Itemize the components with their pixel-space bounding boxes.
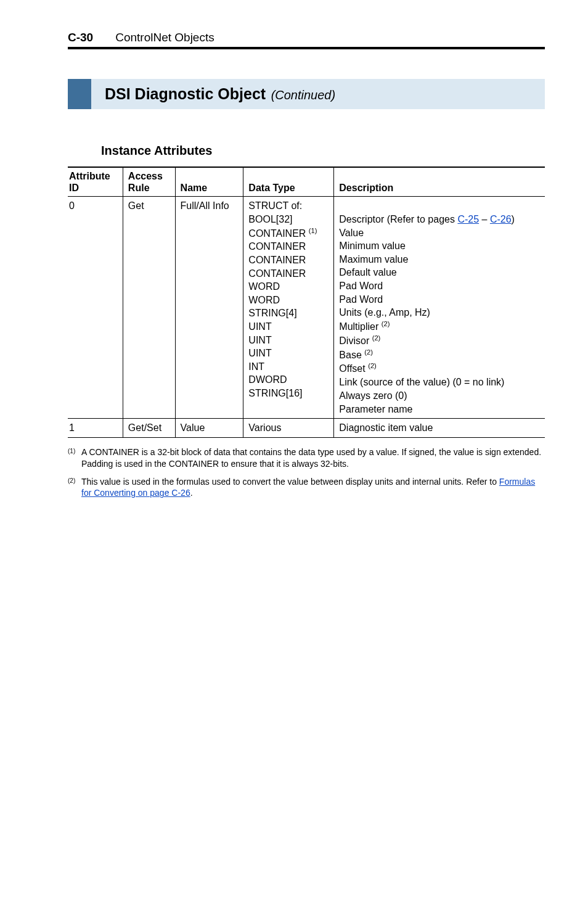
data-type-line: CONTAINER: [248, 228, 308, 239]
header-rule: [68, 47, 545, 49]
data-type-line: UINT: [248, 335, 271, 345]
desc-line: Pad Word: [339, 294, 383, 305]
data-type-line: UINT: [248, 348, 271, 358]
col-header-access-rule: Access Rule: [123, 167, 175, 197]
chapter-title: ControlNet Objects: [115, 31, 214, 44]
footnote-ref: (1): [309, 227, 317, 234]
desc-line: Default value: [339, 267, 396, 278]
data-type-line: CONTAINER: [248, 241, 306, 252]
cell-data-type: Various: [243, 419, 334, 438]
page-header: C-30 ControlNet Objects: [68, 31, 545, 44]
col-header-text: Name: [181, 183, 208, 193]
data-type-line: WORD: [248, 281, 280, 292]
footnotes: (1) A CONTAINER is a 32-bit block of dat…: [68, 446, 545, 500]
instance-attributes-table: Attribute ID Access Rule Name Data Type …: [68, 167, 545, 438]
cell-attr-id: 0: [68, 197, 123, 419]
data-type-line: STRING[16]: [248, 388, 302, 398]
desc-line: Value: [339, 228, 364, 238]
page-link[interactable]: C-25: [457, 214, 479, 224]
footnote-text: A CONTAINER is a 32-bit block of data th…: [81, 446, 545, 470]
footnote-text-part: .: [190, 488, 193, 498]
data-type-line: CONTAINER: [248, 268, 306, 279]
col-header-text: Access: [128, 171, 163, 181]
footnote-ref: (2): [364, 348, 373, 356]
data-type-line: DWORD: [248, 374, 287, 385]
footnote-text: This value is used in the formulas used …: [81, 476, 545, 500]
data-type-line: BOOL[32]: [248, 214, 292, 224]
data-type-line: STRUCT of:: [248, 200, 302, 211]
desc-line: Always zero (0): [339, 390, 407, 401]
data-type-line: INT: [248, 361, 264, 372]
desc-line: Maximum value: [339, 254, 408, 265]
desc-line: ): [512, 214, 515, 224]
col-header-description: Description: [334, 167, 545, 197]
footnote-ref: (2): [382, 320, 390, 327]
footnote-ref: (2): [372, 334, 381, 342]
footnote: (1) A CONTAINER is a 32-bit block of dat…: [68, 446, 545, 470]
data-type-line: WORD: [248, 295, 280, 305]
table-row: 1 Get/Set Value Various Diagnostic item …: [68, 419, 545, 438]
cell-access: Get/Set: [123, 419, 175, 438]
footnote-ref: (2): [368, 362, 377, 369]
data-type-line: UINT: [248, 321, 271, 332]
section-title-bar: DSI Diagnostic Object (Continued): [68, 79, 545, 109]
desc-line: Link (source of the value) (0 = no link): [339, 377, 504, 387]
cell-name: Value: [175, 419, 243, 438]
col-header-text: Description: [339, 183, 393, 193]
desc-line: Minimum value: [339, 241, 406, 251]
subsection-heading: Instance Attributes: [101, 144, 545, 158]
desc-line: Base: [339, 350, 364, 360]
cell-access: Get: [123, 197, 175, 419]
desc-line: Descriptor (Refer to pages: [339, 214, 457, 224]
col-header-text: Rule: [128, 183, 150, 193]
cell-name: Full/All Info: [175, 197, 243, 419]
data-type-line: STRING[4]: [248, 308, 296, 318]
cell-description: Diagnostic item value: [334, 419, 545, 438]
col-header-text: Data Type: [248, 183, 295, 193]
desc-line: Offset: [339, 364, 368, 374]
footnote-number: (2): [68, 476, 81, 500]
cell-attr-id: 1: [68, 419, 123, 438]
desc-line: –: [479, 214, 490, 224]
footnote: (2) This value is used in the formulas u…: [68, 476, 545, 500]
cell-data-type: STRUCT of: BOOL[32] CONTAINER (1) CONTAI…: [243, 197, 334, 419]
section-title: DSI Diagnostic Object: [105, 85, 266, 102]
desc-line: Divisor: [339, 335, 372, 346]
table-row: 0 Get Full/All Info STRUCT of: BOOL[32] …: [68, 197, 545, 419]
col-header-attribute-id: Attribute ID: [68, 167, 123, 197]
footnote-number: (1): [68, 446, 81, 470]
col-header-data-type: Data Type: [243, 167, 334, 197]
desc-line: Pad Word: [339, 281, 383, 291]
col-header-name: Name: [175, 167, 243, 197]
page-link[interactable]: C-26: [490, 214, 512, 224]
desc-line: Parameter name: [339, 404, 412, 414]
desc-line: Multiplier: [339, 321, 381, 332]
desc-line: Units (e.g., Amp, Hz): [339, 307, 430, 318]
col-header-text: Attribute: [69, 171, 110, 181]
data-type-line: CONTAINER: [248, 255, 306, 265]
cell-description: Descriptor (Refer to pages C-25 – C-26) …: [334, 197, 545, 419]
col-header-text: ID: [69, 183, 79, 193]
section-continued: (Continued): [271, 88, 336, 102]
page-number: C-30: [68, 31, 93, 44]
footnote-text-part: This value is used in the formulas used …: [81, 477, 499, 487]
